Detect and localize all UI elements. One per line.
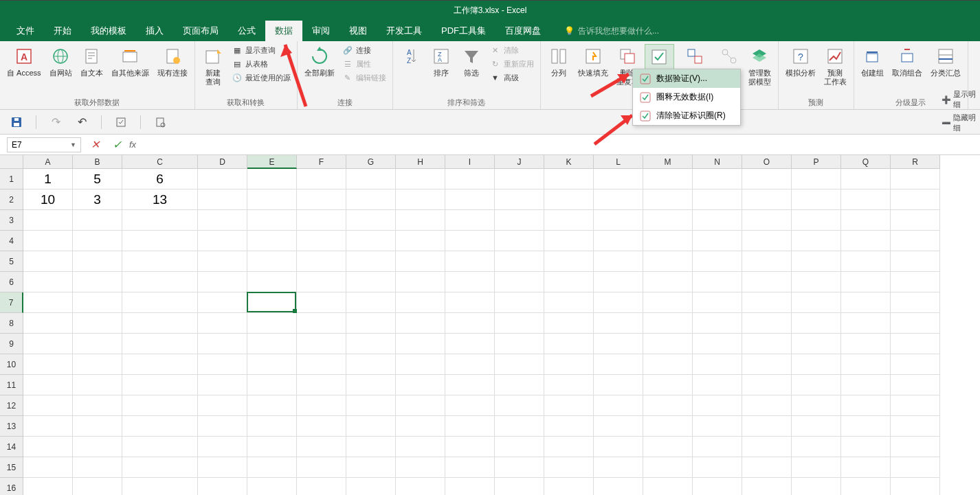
cell-I13[interactable] [445,416,495,437]
cell-R15[interactable] [891,457,940,478]
cell-H14[interactable] [396,437,445,457]
cell-Q11[interactable] [841,375,891,395]
col-header-N[interactable]: N [693,155,742,169]
cell-E10[interactable] [247,354,297,375]
cell-N10[interactable] [693,354,742,375]
dropdown-item[interactable]: 数据验证(V)... [633,69,740,88]
menu-公式[interactable]: 公式 [228,21,265,41]
row-header-2[interactable]: 2 [0,189,23,210]
menu-PDF工具集[interactable]: PDF工具集 [432,21,495,41]
cell-L11[interactable] [594,375,643,395]
cell-P7[interactable] [792,292,841,313]
cell-D9[interactable] [198,334,247,354]
cell-I8[interactable] [445,313,495,334]
cell-N16[interactable] [693,478,742,495]
fx-icon[interactable]: fx [129,139,136,150]
cell-J4[interactable] [495,231,544,251]
cell-P4[interactable] [792,231,841,251]
cell-K14[interactable] [544,437,594,457]
menu-插入[interactable]: 插入 [136,21,173,41]
cell-K9[interactable] [544,334,594,354]
cell-F11[interactable] [297,375,346,395]
cell-G10[interactable] [346,354,396,375]
cell-N7[interactable] [693,292,742,313]
cell-M16[interactable] [643,478,693,495]
cell-C3[interactable] [122,210,198,231]
cell-H6[interactable] [396,272,445,292]
cell-R13[interactable] [891,416,940,437]
cell-B10[interactable] [73,354,122,375]
cell-J11[interactable] [495,375,544,395]
cell-M8[interactable] [643,313,693,334]
cell-A14[interactable] [23,437,73,457]
cell-O7[interactable] [742,292,792,313]
cell-D4[interactable] [198,231,247,251]
menu-审阅[interactable]: 审阅 [302,21,339,41]
cell-P6[interactable] [792,272,841,292]
from-other-sources-button[interactable]: 自其他来源 [109,44,152,79]
cell-R2[interactable] [891,189,940,210]
cell-H5[interactable] [396,251,445,272]
cell-L12[interactable] [594,395,643,416]
cell-O12[interactable] [742,395,792,416]
col-header-H[interactable]: H [396,155,445,169]
cell-N8[interactable] [693,313,742,334]
col-header-Q[interactable]: Q [841,155,891,169]
cell-Q2[interactable] [841,189,891,210]
cell-M15[interactable] [643,457,693,478]
cell-J1[interactable] [495,169,544,189]
cell-J9[interactable] [495,334,544,354]
row-header-15[interactable]: 15 [0,457,23,478]
cell-B5[interactable] [73,251,122,272]
cell-P10[interactable] [792,354,841,375]
cell-N1[interactable] [693,169,742,189]
cell-Q5[interactable] [841,251,891,272]
cell-I11[interactable] [445,375,495,395]
cell-A5[interactable] [23,251,73,272]
cell-Q6[interactable] [841,272,891,292]
col-header-M[interactable]: M [643,155,693,169]
cell-R10[interactable] [891,354,940,375]
cell-D7[interactable] [198,292,247,313]
cell-J13[interactable] [495,416,544,437]
cell-F6[interactable] [297,272,346,292]
group-button[interactable]: 创建组 [858,44,887,79]
cell-H13[interactable] [396,416,445,437]
cell-C4[interactable] [122,231,198,251]
cell-Q3[interactable] [841,210,891,231]
cell-A11[interactable] [23,375,73,395]
cell-E2[interactable] [247,189,297,210]
cell-I6[interactable] [445,272,495,292]
cell-N3[interactable] [693,210,742,231]
cell-D2[interactable] [198,189,247,210]
cell-D15[interactable] [198,457,247,478]
cell-M14[interactable] [643,437,693,457]
cell-J10[interactable] [495,354,544,375]
row-header-8[interactable]: 8 [0,313,23,334]
cell-C12[interactable] [122,395,198,416]
cell-L13[interactable] [594,416,643,437]
cell-C15[interactable] [122,457,198,478]
cell-P16[interactable] [792,478,841,495]
cell-R11[interactable] [891,375,940,395]
cell-I2[interactable] [445,189,495,210]
cell-F12[interactable] [297,395,346,416]
cell-G4[interactable] [346,231,396,251]
cell-R4[interactable] [891,231,940,251]
row-header-9[interactable]: 9 [0,334,23,354]
cell-I15[interactable] [445,457,495,478]
cell-A12[interactable] [23,395,73,416]
cell-F9[interactable] [297,334,346,354]
cell-A13[interactable] [23,416,73,437]
cell-O13[interactable] [742,416,792,437]
cell-I12[interactable] [445,395,495,416]
cell-C5[interactable] [122,251,198,272]
cell-O2[interactable] [742,189,792,210]
cell-A3[interactable] [23,210,73,231]
cell-B14[interactable] [73,437,122,457]
cell-B4[interactable] [73,231,122,251]
row-header-4[interactable]: 4 [0,231,23,251]
cell-M2[interactable] [643,189,693,210]
cell-I14[interactable] [445,437,495,457]
col-header-A[interactable]: A [23,155,73,169]
